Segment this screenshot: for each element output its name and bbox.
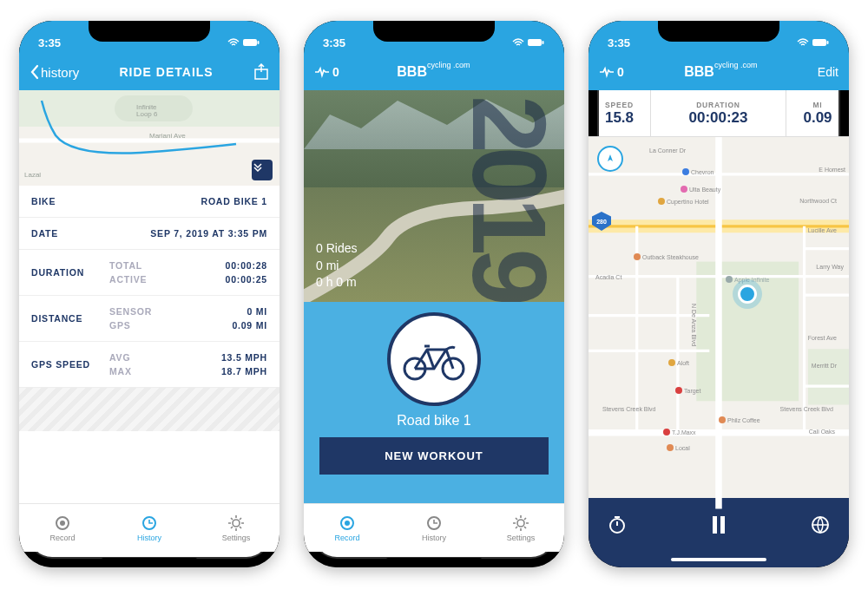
- label-duration: DURATION: [696, 101, 740, 109]
- map-preview[interactable]: Infinite Loop 6 Mariani Ave Lazal: [19, 90, 279, 186]
- svg-rect-11: [528, 39, 542, 46]
- bike-icon: [399, 337, 469, 381]
- poi-apple: Apple Infinite: [726, 276, 769, 283]
- stat-rides: 0 Rides: [316, 240, 357, 258]
- brand-logo: BBBcycling .com: [397, 64, 470, 80]
- value-mi: 0.09: [803, 109, 832, 127]
- tab-record[interactable]: Record: [305, 514, 391, 542]
- bike-icon-button[interactable]: [387, 312, 481, 406]
- heart-rate-indicator[interactable]: 0: [314, 65, 339, 79]
- label-speed: SPEED: [605, 101, 634, 109]
- value-max: 18.7 MPH: [221, 366, 267, 377]
- live-map[interactable]: 280 La Conner Dr Chevron E Homest Ulta B…: [589, 137, 849, 498]
- status-right: [227, 38, 260, 47]
- tab-history[interactable]: History: [391, 514, 477, 542]
- sublabel-sensor: SENSOR: [109, 306, 152, 317]
- battery-icon: [528, 38, 545, 47]
- svg-rect-25: [720, 516, 725, 534]
- svg-rect-20: [827, 41, 829, 44]
- nav-header: 0 BBBcycling .com Edit: [589, 54, 849, 90]
- stat-distance: MI 0.09: [786, 90, 849, 136]
- new-workout-button[interactable]: NEW WORKOUT: [319, 437, 549, 475]
- year-label: 2019: [450, 95, 564, 297]
- svg-point-10: [233, 520, 240, 527]
- poi-northwood: Northwood Ct: [799, 198, 837, 204]
- phone-tracking: 3:35 0 BBBcycling .com Edit SPEED 15.8 D…: [589, 21, 849, 567]
- poi-tjmaxx: T.J.Maxx: [663, 429, 696, 436]
- sublabel-avg: AVG: [109, 352, 130, 363]
- label-duration: DURATION: [31, 267, 109, 278]
- summary-stats: 0 Rides 0 mi 0 h 0 m: [316, 240, 357, 291]
- phone-home: 3:35 0 BBBcycling .com: [304, 21, 564, 567]
- sublabel-gps: GPS: [109, 320, 131, 331]
- screen: 0 BBBcycling .com 0 Rides 0 mi 0 h 0 m 2…: [304, 54, 564, 567]
- poi-scb-r: Stevens Creek Blvd: [780, 406, 833, 412]
- status-time: 3:35: [38, 36, 61, 49]
- back-button[interactable]: history: [30, 64, 79, 80]
- edit-button[interactable]: Edit: [818, 65, 838, 79]
- poi-deanza: N De Anza Blvd: [691, 304, 697, 346]
- sublabel-total: TOTAL: [109, 260, 142, 271]
- brand-logo: BBBcycling .com: [684, 64, 757, 80]
- user-location-icon: [738, 285, 757, 304]
- row-date: DATE SEP 7, 2019 AT 3:35 PM: [19, 218, 279, 250]
- heart-rate-indicator[interactable]: 0: [599, 65, 624, 79]
- svg-rect-19: [812, 39, 826, 46]
- bike-name: Road bike 1: [397, 413, 470, 429]
- tab-settings-label: Settings: [222, 534, 251, 542]
- compass-button[interactable]: [597, 146, 623, 172]
- svg-rect-12: [542, 41, 544, 44]
- share-icon[interactable]: [253, 63, 269, 81]
- back-label: history: [41, 65, 79, 80]
- poi-chevron: Chevron: [682, 168, 713, 175]
- svg-rect-24: [713, 516, 717, 534]
- status-time: 3:35: [608, 36, 630, 49]
- value-avg: 13.5 MPH: [221, 352, 267, 363]
- timer-icon[interactable]: [608, 515, 627, 534]
- pause-button[interactable]: [709, 514, 728, 536]
- poi-laconner: La Conner Dr: [649, 147, 686, 154]
- value-duration: 00:00:23: [688, 109, 747, 127]
- spacer-hatch: [19, 388, 279, 431]
- notch: [658, 21, 779, 42]
- stat-speed: SPEED 15.8: [589, 90, 651, 136]
- svg-point-18: [517, 520, 524, 527]
- home-indicator: [19, 552, 279, 567]
- sublabel-active: ACTIVE: [109, 274, 147, 285]
- home-indicator: [304, 552, 564, 567]
- tab-record[interactable]: Record: [20, 514, 106, 542]
- poi-ulta: Ulta Beauty: [681, 186, 720, 193]
- heartrate-icon: [599, 66, 615, 78]
- screen: 0 BBBcycling .com Edit SPEED 15.8 DURATI…: [589, 54, 849, 567]
- status-time: 3:35: [323, 36, 345, 49]
- hero-image: 0 Rides 0 mi 0 h 0 m 2019: [304, 90, 564, 302]
- home-indicator: [589, 552, 849, 567]
- row-duration: DURATION TOTAL00:00:28 ACTIVE00:00:25: [19, 250, 279, 296]
- globe-icon[interactable]: [811, 515, 830, 534]
- tab-settings-label: Settings: [507, 534, 536, 542]
- nav-header: 0 BBBcycling .com: [304, 54, 564, 90]
- record-icon: [339, 514, 356, 532]
- live-stats: SPEED 15.8 DURATION 00:00:23 MI 0.09: [589, 90, 849, 137]
- svg-point-8: [60, 521, 65, 526]
- notch: [89, 21, 210, 42]
- map-expand-button[interactable]: [252, 160, 273, 180]
- poi-forest: Forest Ave: [808, 335, 837, 341]
- poi-philz: Philz Coffee: [719, 416, 760, 423]
- wifi-icon: [227, 38, 240, 47]
- chevron-left-icon: [30, 64, 39, 80]
- poi-oaks: Cali Oaks: [809, 429, 835, 435]
- sublabel-max: MAX: [109, 366, 132, 377]
- poi-outback: Outback Steakhouse: [634, 253, 699, 260]
- value-speed: 15.8: [605, 109, 634, 127]
- tab-history[interactable]: History: [107, 514, 193, 542]
- hr-value: 0: [332, 65, 339, 79]
- value-bike: ROAD BIKE 1: [201, 196, 267, 206]
- details-list: BIKE ROAD BIKE 1 DATE SEP 7, 2019 AT 3:3…: [19, 186, 279, 503]
- tab-settings[interactable]: Settings: [194, 514, 279, 542]
- tab-settings[interactable]: Settings: [478, 514, 564, 542]
- label-mi: MI: [812, 101, 822, 109]
- tab-bar: Record History Settings: [304, 503, 564, 552]
- gear-icon: [227, 514, 245, 532]
- hr-value: 0: [617, 65, 624, 79]
